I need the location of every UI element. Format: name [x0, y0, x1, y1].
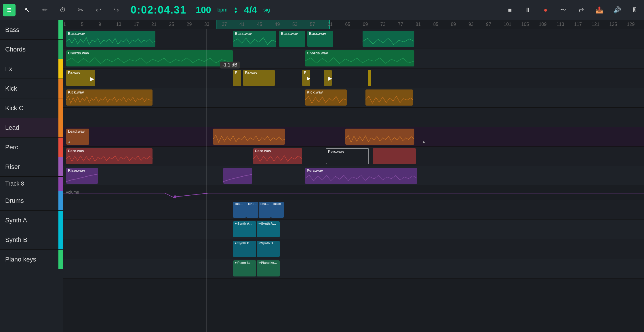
track-label-synthb[interactable]: Synth B [0, 230, 63, 250]
track-row-bass[interactable]: Bass.wav Bass.wav Bass.wav [63, 29, 644, 49]
undo-button[interactable]: ↩ [92, 4, 105, 16]
waveform-kick-1 [66, 95, 153, 106]
clip-lead-3[interactable] [345, 129, 414, 145]
clip-drums-4[interactable]: Drum [271, 202, 284, 218]
clip-fx-4[interactable]: F ▶ [302, 70, 310, 86]
track-label-pianokeys[interactable]: Plano keys [0, 250, 63, 269]
clip-pianokeys-1[interactable]: ↩Plano keys↩ [233, 260, 256, 276]
scissors-icon: ✂ [78, 6, 83, 14]
bpm-stepper[interactable]: ▲ ▼ [234, 6, 238, 14]
clip-fx-2[interactable]: F [233, 70, 241, 86]
stop-button[interactable]: ■ [504, 4, 516, 16]
clip-fx-1[interactable]: Fx.wav ▶ [66, 70, 95, 86]
clip-bass-5[interactable] [363, 31, 414, 47]
speaker-button[interactable]: 🔊 [611, 4, 623, 16]
pencil-tool-button[interactable]: ✏ [39, 4, 51, 16]
track-row-fx[interactable]: Fx.wav ▶ F Fx.wav F ▶ ▶ [63, 68, 644, 88]
waveform-kick-2 [305, 95, 347, 106]
track-row-kickc[interactable] [63, 108, 644, 127]
track-row-drums[interactable]: Drums| Drums| Drums| Drum [63, 200, 644, 220]
track-row-synthb[interactable]: ↩Synth B↩↩↩ ↩Synth B↩↩↩ [63, 239, 644, 259]
ruler[interactable]: 1591317212529333741454953576165697377818… [63, 20, 644, 29]
clip-synthb-1[interactable]: ↩Synth B↩↩↩ [233, 241, 256, 257]
ruler-marks: 1591317212529333741454953576165697377818… [63, 20, 644, 29]
menu-button[interactable]: ☰ [3, 4, 16, 16]
ruler-mark-13: 13 [116, 22, 121, 27]
track-row-lead[interactable]: Lead.wav ◂ ▸ [63, 127, 644, 147]
tracks-scroll[interactable]: -1.1 dB Bass.wav Bass.wav [63, 29, 644, 332]
clip-drums-1[interactable]: Drums| [233, 202, 246, 218]
clip-lead-2[interactable] [213, 129, 285, 145]
export-button[interactable]: 📤 [593, 4, 605, 16]
clip-riser-2[interactable] [223, 168, 252, 184]
clip-fx-3[interactable]: Fx.wav [243, 70, 275, 86]
track-row-chords[interactable]: Chords.wav Chords.wav [63, 49, 644, 68]
redo-icon: ↪ [114, 6, 119, 14]
track-label-fx[interactable]: Fx [0, 59, 63, 79]
fx-arrow-2: ▶ [307, 76, 310, 81]
redo-button[interactable]: ↪ [110, 4, 123, 16]
track-label-kickc[interactable]: Kick C [0, 98, 63, 118]
loop-button[interactable]: ⇄ [575, 4, 588, 16]
track-color-lead [58, 118, 63, 137]
clip-perc-1[interactable]: Perc.wav [66, 148, 153, 164]
ruler-mark-69: 69 [363, 22, 368, 27]
track-row-syntha[interactable]: ↩Synth A↩↩↩ ↩Synth A↩↩↩ [63, 220, 644, 239]
clip-fx-5[interactable]: ▶ [324, 70, 332, 86]
ruler-mark-101: 101 [504, 22, 511, 27]
clip-perc-riser[interactable]: Perc.wav [305, 168, 417, 184]
track-label-track8[interactable]: Track 8 [0, 177, 63, 191]
track-row-perc[interactable]: Perc.wav Perc.wav Perc.wav [63, 147, 644, 166]
clip-chords-2[interactable]: Chords.wav [305, 50, 414, 66]
clip-bass-3[interactable]: Bass.wav [279, 31, 305, 47]
track-label-riser[interactable]: Riser [0, 157, 63, 177]
bpm-up-arrow[interactable]: ▲ [234, 6, 238, 10]
track-row-pianokeys[interactable]: ↩Plano keys↩ ↩Plano keys↩ [63, 259, 644, 278]
clip-drums-2[interactable]: Drums| [246, 202, 258, 218]
ruler-mark-65: 65 [345, 22, 350, 27]
track-label-bass[interactable]: Bass [0, 20, 63, 40]
track-label-kick[interactable]: Kick [0, 79, 63, 98]
loop-icon: ⇄ [579, 6, 584, 14]
clip-bass-2[interactable]: Bass.wav [233, 31, 276, 47]
scissors-button[interactable]: ✂ [74, 4, 87, 16]
clip-synthb-2[interactable]: ↩Synth B↩↩↩ [257, 241, 280, 257]
track-row-kick[interactable]: Kick.wav Kick.wav [63, 88, 644, 108]
timer-button[interactable]: ⏱ [56, 4, 69, 16]
bpm-down-arrow[interactable]: ▼ [234, 10, 238, 14]
track-label-chords[interactable]: Chords [0, 40, 63, 59]
clip-riser-1[interactable]: Riser.wav [66, 168, 98, 184]
clip-chords-1[interactable]: Chords.wav [66, 50, 233, 66]
clip-fx-6[interactable] [368, 70, 371, 86]
track-label-perc[interactable]: Perc [0, 138, 63, 157]
clip-pianokeys-2[interactable]: ↩Plano keys↩ [257, 260, 280, 276]
clip-kick-1[interactable]: Kick.wav [66, 89, 153, 106]
track-row-riser[interactable]: Riser.wav Perc.wav [63, 166, 644, 186]
waveform-lead-3 [345, 134, 414, 145]
clip-syntha-2[interactable]: ↩Synth A↩↩↩ [257, 221, 280, 237]
mixer-button[interactable]: 🎚 [628, 4, 641, 16]
ruler-mark-33: 33 [204, 22, 209, 27]
track-label-lead[interactable]: Lead [0, 118, 63, 138]
clip-perc-2[interactable]: Perc.wav [253, 148, 302, 164]
clip-syntha-1[interactable]: ↩Synth A↩↩↩ [233, 221, 256, 237]
bpm-label: bpm [218, 7, 228, 13]
curve-button[interactable]: 〜 [557, 4, 570, 16]
clip-bass-1[interactable]: Bass.wav [66, 31, 155, 47]
waveform-bass-5 [363, 36, 414, 47]
record-button[interactable]: ● [539, 4, 552, 16]
clip-bass-4[interactable]: Bass.wav [307, 31, 333, 47]
clip-perc-4[interactable] [373, 148, 416, 164]
ruler-mark-29: 29 [186, 22, 192, 27]
cursor-tool-button[interactable]: ↖ [21, 4, 33, 16]
track-row-track8[interactable]: Volume [63, 186, 644, 200]
clip-drums-3[interactable]: Drums| [259, 202, 271, 218]
clip-perc-3[interactable]: Perc.wav [326, 148, 369, 164]
clip-kick-2[interactable]: Kick.wav [305, 89, 347, 106]
track-label-syntha[interactable]: Synth A [0, 211, 63, 230]
clip-kick-3[interactable] [365, 89, 413, 106]
track-label-drums[interactable]: Drums [0, 191, 63, 211]
bpm-value: 100 [196, 5, 211, 15]
pause-button[interactable]: ⏸ [521, 4, 534, 16]
ruler-mark-113: 113 [557, 22, 564, 27]
